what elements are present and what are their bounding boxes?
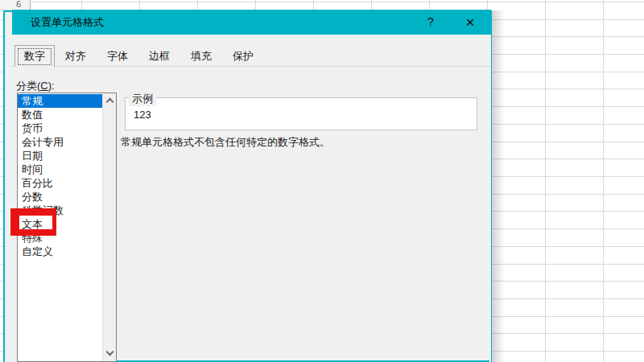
- format-cells-dialog: 设置单元格格式 ? × 数字 对齐 字体 边框 填充 保护 分类(C): 常规 …: [12, 10, 491, 362]
- header-column-sliver: [5, 10, 12, 362]
- close-button[interactable]: ×: [453, 10, 487, 35]
- help-button[interactable]: ?: [414, 10, 448, 35]
- tab-protection[interactable]: 保护: [222, 46, 264, 67]
- category-label: 分类(C):: [16, 79, 55, 93]
- tab-font[interactable]: 字体: [97, 46, 138, 67]
- dialog-drop-shadow: [492, 10, 505, 362]
- list-item-fraction[interactable]: 分数: [18, 190, 102, 204]
- list-item-percentage[interactable]: 百分比: [18, 176, 102, 190]
- annotation-red-box: [10, 208, 56, 236]
- list-item-currency[interactable]: 货币: [18, 121, 102, 135]
- scrollbar-down-button[interactable]: [103, 348, 117, 360]
- tab-alignment[interactable]: 对齐: [55, 46, 97, 67]
- example-sample-value: 123: [134, 109, 151, 121]
- scrollbar-down-icon: [106, 348, 114, 356]
- tab-number[interactable]: 数字: [14, 45, 55, 67]
- list-item-general[interactable]: 常规: [18, 94, 102, 108]
- dialog-title: 设置单元格格式: [31, 10, 104, 35]
- tab-border[interactable]: 边框: [138, 46, 180, 67]
- scrollbar-up-icon: [106, 98, 114, 106]
- list-item-accounting[interactable]: 会计专用: [18, 135, 102, 149]
- dialog-titlebar[interactable]: 设置单元格格式 ? ×: [12, 10, 491, 35]
- selection-border-left: [3, 10, 5, 362]
- list-item-custom[interactable]: 自定义: [18, 245, 102, 258]
- example-legend: 示例: [129, 92, 156, 106]
- scrollbar-up-button[interactable]: [103, 95, 117, 107]
- list-scrollbar[interactable]: [102, 93, 116, 361]
- list-item-number[interactable]: 数值: [18, 108, 102, 121]
- list-item-time[interactable]: 时间: [18, 162, 102, 176]
- example-groupbox: 123: [125, 97, 477, 130]
- tab-focus-rect: [18, 48, 52, 65]
- excel-window: 6 设置单元格格式 ? × 数字 对齐 字体 边框 填充 保护 分类(C): 常…: [0, 0, 644, 362]
- list-item-date[interactable]: 日期: [18, 149, 102, 162]
- tabstrip-divider: [12, 66, 491, 67]
- format-description: 常规单元格格式不包含任何特定的数字格式。: [121, 135, 330, 150]
- tab-fill[interactable]: 填充: [180, 46, 222, 67]
